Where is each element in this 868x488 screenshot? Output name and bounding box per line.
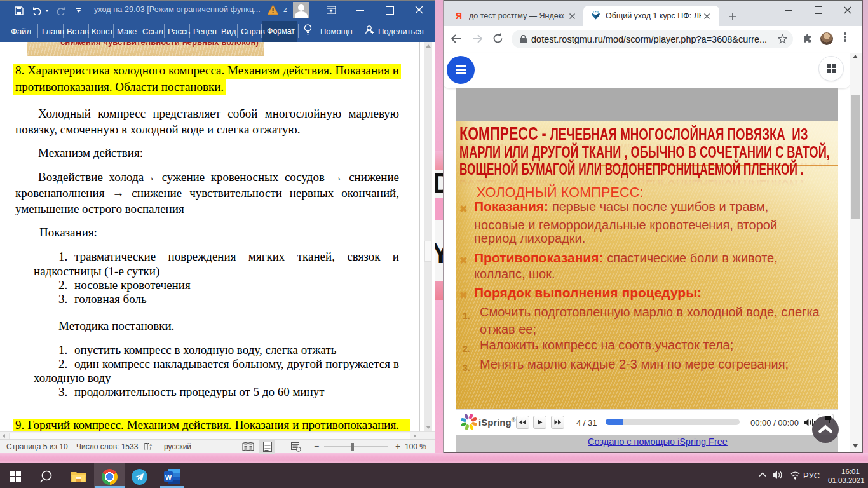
- svg-text:W: W: [165, 473, 172, 481]
- svg-text:x: x: [150, 442, 153, 447]
